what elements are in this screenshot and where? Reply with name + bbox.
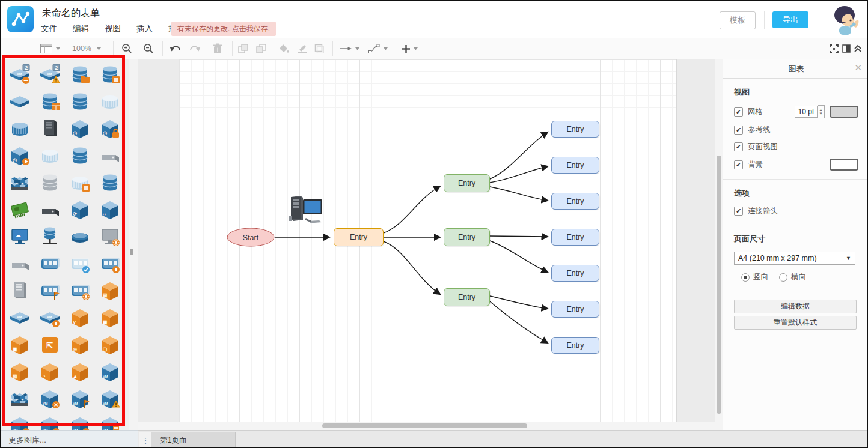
connection-style-dropdown[interactable] — [339, 41, 360, 56]
palette-shape-cube-media[interactable]: ▣ — [8, 334, 32, 356]
palette-shape-cube-orange-host[interactable]: ▤ — [98, 280, 122, 301]
palette-shape-cube-briefcase[interactable]: ▢ — [98, 334, 122, 356]
fill-color-button[interactable] — [279, 41, 290, 56]
palette-shape-vmware-brick-stack[interactable] — [8, 388, 32, 410]
template-button[interactable]: 模板 — [720, 11, 756, 29]
edge-g2-to-b5[interactable] — [490, 241, 548, 272]
document-title[interactable]: 未命名的表单 — [42, 7, 100, 20]
vertical-scrollbar-thumb[interactable] — [717, 156, 721, 414]
palette-shape-cube-photo[interactable]: ▲ — [68, 361, 92, 383]
palette-shape-blade-template[interactable] — [38, 280, 62, 301]
palette-shape-pci-card[interactable] — [8, 199, 32, 220]
menu-item-1[interactable]: 编辑 — [73, 23, 89, 34]
drawing-canvas[interactable]: Start EntryEntryEntryEntryEntryEntryEntr… — [138, 59, 723, 430]
palette-shape-vm-cube[interactable]: VM — [98, 361, 122, 383]
close-icon[interactable]: ✕ — [854, 62, 862, 73]
edge-g1-to-b3[interactable] — [490, 187, 548, 201]
flow-node-b7[interactable]: Entry — [551, 337, 599, 354]
palette-shape-cube-search[interactable]: ◎ — [68, 334, 92, 356]
shadow-button[interactable] — [314, 41, 324, 56]
palette-shape-vm-flat-2-warning[interactable]: VM2 — [38, 64, 62, 85]
user-avatar[interactable] — [828, 2, 863, 37]
page-tab-1[interactable]: 第1页面 — [151, 432, 236, 448]
palette-shape-virtual-disk-flat[interactable] — [8, 91, 32, 112]
palette-shape-cube-image[interactable]: ▧ — [8, 361, 32, 383]
delete-button[interactable] — [213, 41, 222, 56]
palette-shape-vm-badge-a[interactable]: VM — [8, 415, 32, 430]
flow-node-b5[interactable]: Entry — [551, 265, 599, 282]
workstation-icon[interactable] — [289, 195, 323, 225]
palette-shape-cube-refresh[interactable]: ⟳ — [68, 199, 92, 220]
palette-shape-rack-server[interactable] — [8, 253, 32, 274]
flow-node-b2[interactable]: Entry — [551, 157, 599, 174]
flow-node-b1[interactable]: Entry — [551, 121, 599, 138]
palette-shape-server-tower-dark[interactable] — [38, 118, 62, 139]
palette-shape-cube-app-window[interactable]: ▦ — [98, 307, 122, 328]
background-color-swatch[interactable] — [830, 159, 858, 171]
grid-size-stepper[interactable]: ▲▼ — [818, 105, 825, 118]
flow-node-g2[interactable]: Entry — [444, 228, 490, 246]
horizontal-scrollbar-thumb[interactable] — [322, 423, 527, 428]
palette-shape-vm-flat-badge[interactable]: VM — [38, 307, 62, 328]
palette-shape-resize-tool[interactable]: ⇱ — [38, 334, 62, 356]
zoom-level-dropdown[interactable]: 100% — [72, 41, 102, 56]
menu-item-2[interactable]: 视图 — [105, 23, 121, 34]
menu-item-0[interactable]: 文件 — [41, 23, 57, 34]
palette-shape-disk-drive[interactable] — [98, 145, 122, 166]
palette-shape-database-table[interactable] — [38, 91, 62, 112]
page-view-style-dropdown[interactable] — [40, 41, 61, 56]
page-view-checkbox[interactable]: ✔ — [734, 142, 743, 151]
palette-shape-brick-group[interactable] — [8, 172, 32, 193]
flow-node-entry-main[interactable]: Entry — [334, 228, 384, 246]
palette-shape-vm-flat-2-minus[interactable]: VM2 — [8, 64, 32, 85]
palette-shape-database-stack[interactable] — [68, 91, 92, 112]
grid-checkbox[interactable]: ✔ — [734, 107, 743, 117]
fullscreen-button[interactable] — [830, 41, 839, 56]
to-back-button[interactable] — [256, 41, 267, 56]
connection-arrows-checkbox[interactable]: ✔ — [734, 207, 743, 216]
palette-shape-vm-template[interactable]: VM — [68, 388, 92, 410]
edge-g3-to-b6[interactable] — [490, 296, 548, 309]
page-size-select[interactable]: A4 (210 mm x 297 mm) ▼ — [734, 252, 855, 265]
unsaved-changes-notice[interactable]: 有未保存的更改. 点击我保存. — [171, 22, 276, 36]
to-front-button[interactable] — [238, 41, 249, 56]
insert-dropdown[interactable] — [402, 41, 418, 56]
palette-shape-vm-card[interactable]: VM — [98, 415, 122, 430]
palette-shape-cylinder-banded[interactable] — [38, 145, 62, 166]
palette-shape-database-silver[interactable] — [38, 172, 62, 193]
landscape-radio[interactable] — [779, 273, 787, 282]
palette-shape-cube-clock-run[interactable]: ◷ — [8, 145, 32, 166]
flow-node-g3[interactable]: Entry — [444, 288, 490, 306]
waypoint-style-dropdown[interactable] — [368, 41, 388, 56]
palette-shape-cube-chart[interactable]: ◔ — [38, 361, 62, 383]
palette-shape-database-folder[interactable] — [68, 64, 92, 85]
flow-node-g1[interactable]: Entry — [444, 174, 490, 192]
palette-shape-vm-remove[interactable]: VM — [38, 388, 62, 410]
palette-shape-cube-lock[interactable]: ◷ — [98, 118, 122, 139]
sidebar-resize-handle[interactable] — [130, 247, 135, 256]
zoom-out-button[interactable] — [143, 41, 154, 56]
palette-shape-cube-components[interactable]: ∷ — [98, 199, 122, 220]
palette-shape-rack-unit-black[interactable] — [38, 199, 62, 220]
palette-shape-host-blade-badge[interactable] — [98, 253, 122, 274]
palette-shape-cloud-monitor[interactable]: ☁ — [8, 226, 32, 247]
palette-shape-server-tower-gray[interactable] — [8, 280, 32, 301]
palette-shape-vm-badge-c[interactable]: VM — [68, 415, 92, 430]
grid-size-input[interactable]: 10 pt — [795, 106, 818, 118]
palette-shape-cylinder-light[interactable] — [98, 91, 122, 112]
undo-button[interactable] — [170, 41, 182, 56]
grid-color-swatch[interactable] — [830, 106, 858, 118]
edge-g2-to-b4[interactable] — [490, 236, 548, 237]
flow-node-b3[interactable]: Entry — [551, 193, 599, 210]
zoom-in-button[interactable] — [121, 41, 132, 56]
palette-shape-router-disc[interactable] — [68, 226, 92, 247]
palette-shape-vm-warning[interactable]: VM — [98, 388, 122, 410]
menu-item-3[interactable]: 插入 — [136, 23, 153, 34]
redo-button[interactable] — [189, 41, 201, 56]
app-logo-icon[interactable] — [7, 6, 34, 32]
palette-shape-cylinder-package[interactable] — [68, 172, 92, 193]
palette-shape-database-stack-2[interactable] — [68, 145, 92, 166]
palette-shape-host-blade-ok[interactable] — [68, 253, 92, 274]
palette-shape-cube-clock[interactable]: ◷ — [68, 118, 92, 139]
guides-checkbox[interactable]: ✔ — [734, 126, 743, 135]
